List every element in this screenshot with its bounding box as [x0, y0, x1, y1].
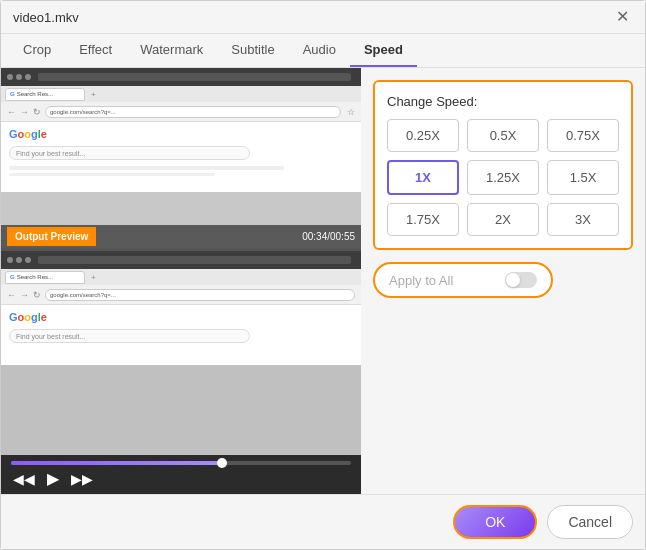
- bottom-buttons: OK Cancel: [1, 494, 645, 549]
- speed-btn-0.75x[interactable]: 0.75X: [547, 119, 619, 152]
- apply-all-box: Apply to All: [373, 262, 553, 298]
- search-result-mock: [9, 166, 353, 176]
- progress-thumb[interactable]: [217, 458, 227, 468]
- browser-dot-4: [7, 257, 13, 263]
- skip-back-button[interactable]: ◀◀: [11, 471, 37, 487]
- refresh-btn-2: ↻: [33, 290, 41, 300]
- browser-toolbar: ← → ↻ google.com/search?q=... ☆: [1, 102, 361, 122]
- result-line-1: [9, 166, 284, 170]
- search-text-mock: Find your best result...: [16, 150, 85, 157]
- google-logo-area-2: Google: [1, 305, 361, 329]
- apply-all-label: Apply to All: [389, 273, 453, 288]
- clip-bottom: G Search Res... + ← → ↻ google.com/searc…: [1, 251, 361, 455]
- new-tab-2: +: [91, 273, 96, 282]
- search-input-mock: Find your best result...: [9, 146, 250, 160]
- browser-bar-2: [1, 251, 361, 269]
- browser-dot-5: [16, 257, 22, 263]
- toggle-thumb: [506, 273, 520, 287]
- tab-watermark[interactable]: Watermark: [126, 34, 217, 67]
- main-window: video1.mkv ✕ Crop Effect Watermark Subti…: [0, 0, 646, 550]
- browser-dot-6: [25, 257, 31, 263]
- browser-tab-bar-2: G Search Res... +: [1, 269, 361, 285]
- player-controls: ◀◀ ▶ ▶▶: [1, 455, 361, 494]
- fwd-btn: →: [20, 107, 29, 117]
- speed-btn-1.5x[interactable]: 1.5X: [547, 160, 619, 195]
- browser-tab-bar: G Search Res... +: [1, 86, 361, 102]
- speed-title: Change Speed:: [387, 94, 619, 109]
- speed-btn-1x[interactable]: 1X: [387, 160, 459, 195]
- preview-panel: G Search Res... + ← → ↻ google.com/searc…: [1, 68, 361, 494]
- browser-tab-label-2: Search Res...: [17, 274, 53, 280]
- browser-tab-item: G Search Res...: [5, 88, 85, 101]
- speed-btn-0.25x[interactable]: 0.25X: [387, 119, 459, 152]
- preview-overlay: Output Preview 00:34/00:55: [1, 225, 361, 248]
- google-logo: Google: [9, 128, 47, 140]
- browser-dot-3: [25, 74, 31, 80]
- tab-audio[interactable]: Audio: [289, 34, 350, 67]
- speed-btn-3x[interactable]: 3X: [547, 203, 619, 236]
- progress-bar[interactable]: [11, 461, 351, 465]
- browser-addr-mock: [38, 73, 351, 81]
- address-text: google.com/search?q=...: [50, 109, 116, 115]
- title-bar: video1.mkv ✕: [1, 1, 645, 34]
- search-input-mock-2: Find your best result...: [9, 329, 250, 343]
- google-logo-2: Google: [9, 311, 47, 323]
- search-text-mock-2: Find your best result...: [16, 333, 85, 340]
- browser-content-top: Google Find your best result...: [1, 122, 361, 192]
- back-btn-2: ←: [7, 290, 16, 300]
- controls-row: ◀◀ ▶ ▶▶: [11, 469, 351, 488]
- search-area-2: Find your best result...: [1, 329, 361, 343]
- speed-btn-0.5x[interactable]: 0.5X: [467, 119, 539, 152]
- browser-address-bar: google.com/search?q=...: [45, 106, 341, 118]
- browser-tab-favicon-2: G: [10, 274, 15, 280]
- browser-tab-favicon: G: [10, 91, 15, 97]
- browser-addr-mock-2: [38, 256, 351, 264]
- search-area: Find your best result...: [1, 146, 361, 176]
- fwd-btn-2: →: [20, 290, 29, 300]
- browser-tab-label: Search Res...: [17, 91, 53, 97]
- window-title: video1.mkv: [13, 10, 79, 25]
- refresh-btn: ↻: [33, 107, 41, 117]
- browser-dot-1: [7, 74, 13, 80]
- apply-all-toggle[interactable]: [505, 272, 537, 288]
- bookmark-icon: ☆: [347, 107, 355, 117]
- browser-bar: [1, 68, 361, 86]
- browser-address-bar-2: google.com/search?q=...: [45, 289, 355, 301]
- back-btn: ←: [7, 107, 16, 117]
- address-text-2: google.com/search?q=...: [50, 292, 116, 298]
- tab-speed[interactable]: Speed: [350, 34, 417, 67]
- skip-forward-button[interactable]: ▶▶: [69, 471, 95, 487]
- speed-btn-2x[interactable]: 2X: [467, 203, 539, 236]
- content-area: G Search Res... + ← → ↻ google.com/searc…: [1, 68, 645, 494]
- clip-top: G Search Res... + ← → ↻ google.com/searc…: [1, 68, 361, 248]
- close-button[interactable]: ✕: [612, 7, 633, 27]
- time-display: 00:34/00:55: [302, 231, 355, 242]
- result-line-2: [9, 173, 215, 176]
- browser-toolbar-2: ← → ↻ google.com/search?q=...: [1, 285, 361, 305]
- google-logo-area: Google: [1, 122, 361, 146]
- progress-fill: [11, 461, 222, 465]
- speed-grid: 0.25X 0.5X 0.75X 1X 1.25X 1.5X 1.75X 2X …: [387, 119, 619, 236]
- speed-btn-1.75x[interactable]: 1.75X: [387, 203, 459, 236]
- tab-crop[interactable]: Crop: [9, 34, 65, 67]
- tab-bar: Crop Effect Watermark Subtitle Audio Spe…: [1, 34, 645, 68]
- browser-content-bottom: Google Find your best result...: [1, 305, 361, 365]
- browser-dot-2: [16, 74, 22, 80]
- ok-button[interactable]: OK: [453, 505, 537, 539]
- browser-new-tab-btn: +: [91, 90, 96, 99]
- browser-tab-item-2: G Search Res...: [5, 271, 85, 284]
- speed-box: Change Speed: 0.25X 0.5X 0.75X 1X 1.25X …: [373, 80, 633, 250]
- tab-subtitle[interactable]: Subtitle: [217, 34, 288, 67]
- speed-btn-1.25x[interactable]: 1.25X: [467, 160, 539, 195]
- tab-effect[interactable]: Effect: [65, 34, 126, 67]
- play-button[interactable]: ▶: [45, 469, 61, 488]
- cancel-button[interactable]: Cancel: [547, 505, 633, 539]
- settings-panel: Change Speed: 0.25X 0.5X 0.75X 1X 1.25X …: [361, 68, 645, 494]
- video-split: G Search Res... + ← → ↻ google.com/searc…: [1, 68, 361, 455]
- output-preview-label: Output Preview: [7, 227, 96, 246]
